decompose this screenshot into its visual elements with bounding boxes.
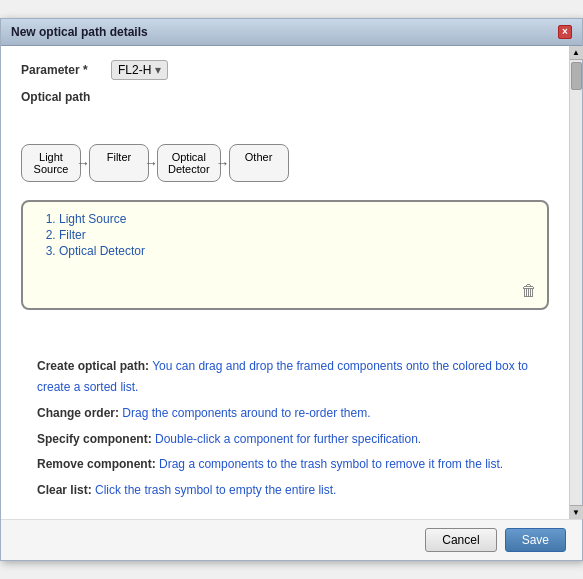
component-filter-label: Filter bbox=[100, 151, 138, 163]
component-optical-detector[interactable]: OpticalDetector → bbox=[157, 144, 221, 182]
components-area: LightSource → Filter → OpticalDetector →… bbox=[21, 136, 549, 190]
scrollbar[interactable]: ▲ ▼ bbox=[569, 46, 582, 520]
component-other[interactable]: Other bbox=[229, 144, 289, 182]
arrow-icon: → bbox=[76, 155, 90, 171]
list-item[interactable]: Light Source bbox=[59, 212, 531, 226]
info-row-create: Create optical path: You can drag and dr… bbox=[37, 356, 533, 399]
arrow-icon: → bbox=[144, 155, 158, 171]
parameter-label: Parameter * bbox=[21, 63, 111, 77]
info-row-specify: Specify component: Double-click a compon… bbox=[37, 429, 533, 451]
drop-zone-list: Light Source Filter Optical Detector bbox=[39, 212, 531, 258]
info-row-remove: Remove component: Drag a components to t… bbox=[37, 454, 533, 476]
drop-zone[interactable]: Light Source Filter Optical Detector 🗑 bbox=[21, 200, 549, 310]
parameter-value: FL2-H bbox=[118, 63, 151, 77]
new-optical-path-dialog: New optical path details × Parameter * F… bbox=[0, 18, 583, 562]
close-button[interactable]: × bbox=[558, 25, 572, 39]
component-other-label: Other bbox=[240, 151, 278, 163]
dialog-title: New optical path details bbox=[11, 25, 148, 39]
list-item[interactable]: Optical Detector bbox=[59, 244, 531, 258]
dialog-footer: Cancel Save bbox=[1, 519, 582, 560]
parameter-dropdown[interactable]: FL2-H ▾ bbox=[111, 60, 168, 80]
scroll-thumb[interactable] bbox=[571, 62, 582, 90]
info-row-clear: Clear list: Click the trash symbol to em… bbox=[37, 480, 533, 502]
trash-icon[interactable]: 🗑 bbox=[521, 282, 537, 300]
scroll-down-button[interactable]: ▼ bbox=[570, 505, 583, 519]
info-row-change: Change order: Drag the components around… bbox=[37, 403, 533, 425]
dialog-header: New optical path details × bbox=[1, 19, 582, 46]
cancel-button[interactable]: Cancel bbox=[425, 528, 496, 552]
component-optical-detector-label: OpticalDetector bbox=[168, 151, 210, 175]
component-light-source[interactable]: LightSource → bbox=[21, 144, 81, 182]
scroll-up-button[interactable]: ▲ bbox=[570, 46, 583, 60]
list-item[interactable]: Filter bbox=[59, 228, 531, 242]
component-light-source-label: LightSource bbox=[32, 151, 70, 175]
optical-path-label: Optical path bbox=[21, 90, 549, 104]
arrow-icon: → bbox=[216, 155, 230, 171]
dialog-body: Parameter * FL2-H ▾ Optical path LightSo… bbox=[1, 46, 569, 520]
parameter-row: Parameter * FL2-H ▾ bbox=[21, 60, 549, 80]
save-button[interactable]: Save bbox=[505, 528, 566, 552]
info-section: Create optical path: You can drag and dr… bbox=[21, 346, 549, 516]
component-filter[interactable]: Filter → bbox=[89, 144, 149, 182]
dropdown-arrow-icon: ▾ bbox=[155, 63, 161, 77]
